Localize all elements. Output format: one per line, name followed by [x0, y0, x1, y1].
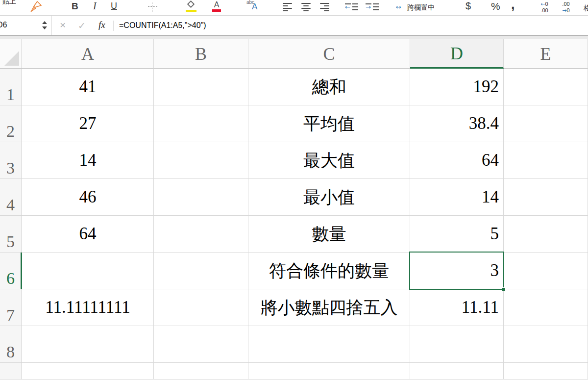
cell-E8[interactable] — [504, 326, 588, 363]
cell-D8[interactable] — [410, 326, 504, 363]
cell-A5[interactable]: 64 — [22, 216, 154, 253]
align-left-icon[interactable] — [283, 3, 292, 11]
cell-D5[interactable]: 5 — [410, 216, 504, 253]
spinner-down-icon[interactable] — [42, 26, 47, 29]
column-header-B[interactable]: B — [154, 39, 248, 69]
percent-format-button[interactable]: % — [491, 0, 500, 12]
cell-E6[interactable] — [504, 253, 588, 289]
row-header-9[interactable] — [0, 363, 22, 380]
cell-B1[interactable] — [154, 69, 248, 105]
row-header-7[interactable]: 7 — [0, 289, 22, 326]
column-header-A[interactable]: A — [22, 39, 154, 69]
increase-indent-icon[interactable]: → — [366, 3, 379, 11]
row-header-5[interactable]: 5 — [0, 216, 22, 253]
cell-A6[interactable] — [22, 253, 154, 289]
font-color-swatch — [212, 9, 221, 12]
cell-E7[interactable] — [504, 289, 588, 326]
cell-B4[interactable] — [154, 179, 248, 216]
comma-format-button[interactable]: , — [511, 0, 515, 12]
column-header-D[interactable]: D — [410, 39, 504, 69]
cell-E4[interactable] — [504, 179, 588, 216]
fill-color-icon[interactable] — [185, 0, 197, 13]
cell-A8[interactable] — [22, 326, 154, 363]
font-color-letter: A — [214, 0, 220, 9]
cell-C6[interactable]: 符合條件的數量 — [248, 253, 410, 289]
increase-decimal-button[interactable]: .00 →0 — [557, 1, 575, 14]
cell-C2[interactable]: 平均值 — [248, 105, 410, 142]
cell-D7[interactable]: 11.11 — [410, 289, 504, 326]
cell-D3[interactable]: 64 — [410, 142, 504, 179]
cell-A4[interactable]: 46 — [22, 179, 154, 216]
bold-button[interactable]: B — [72, 1, 78, 12]
cell-C9[interactable] — [248, 363, 410, 380]
cell-A1[interactable]: 41 — [22, 69, 154, 105]
align-center-icon[interactable] — [301, 3, 311, 11]
format-button-partial[interactable]: 格 — [584, 4, 588, 13]
row-header-3[interactable]: 3 — [0, 142, 22, 179]
format-painter-icon[interactable] — [29, 0, 43, 15]
currency-format-button[interactable]: $ — [466, 0, 471, 12]
phonetic-a-label: A — [252, 2, 257, 12]
selected-cell-indicator[interactable] — [409, 252, 504, 290]
borders-icon[interactable] — [148, 2, 157, 12]
cell-B8[interactable] — [154, 326, 248, 363]
cell-D4[interactable]: 14 — [410, 179, 504, 216]
italic-button[interactable]: I — [93, 0, 97, 12]
formula-input[interactable]: =COUNTIF(A1:A5,">40") — [119, 21, 206, 30]
row-number-label: 3 — [6, 160, 15, 177]
cell-B5[interactable] — [154, 216, 248, 253]
column-header-C[interactable]: C — [248, 39, 410, 69]
cell-A2[interactable]: 27 — [22, 105, 154, 142]
cancel-icon[interactable]: × — [60, 19, 66, 31]
insert-function-icon[interactable]: fx — [98, 20, 105, 30]
cell-E3[interactable] — [504, 142, 588, 179]
cell-A3[interactable]: 14 — [22, 142, 154, 179]
column-header-E[interactable]: E — [504, 39, 588, 69]
cell-C5[interactable]: 數量 — [248, 216, 410, 253]
fill-handle[interactable] — [502, 287, 506, 291]
decrease-indent-icon[interactable]: ← — [345, 3, 358, 11]
row-header-8[interactable]: 8 — [0, 326, 22, 363]
cell-C7[interactable]: 將小數點四捨五入 — [248, 289, 410, 326]
cell-C3[interactable]: 最大值 — [248, 142, 410, 179]
spinner-up-icon[interactable] — [42, 21, 47, 24]
paste-button[interactable]: 貼上 — [2, 0, 16, 6]
toolbar-separator — [277, 1, 278, 14]
row-header-6[interactable]: 6 — [0, 253, 22, 289]
cell-E2[interactable] — [504, 105, 588, 142]
cell-A9[interactable] — [22, 363, 154, 380]
cell-B3[interactable] — [154, 142, 248, 179]
merge-center-icon[interactable]: ↔ — [392, 2, 405, 11]
cell-B9[interactable] — [154, 363, 248, 380]
cell-E5[interactable] — [504, 216, 588, 253]
cell-D1[interactable]: 192 — [410, 69, 504, 105]
paint-bucket-icon — [187, 0, 195, 8]
cell-B7[interactable] — [154, 289, 248, 326]
cell-B6[interactable] — [154, 253, 248, 289]
row-header-2[interactable]: 2 — [0, 105, 22, 142]
cell-D2[interactable]: 38.4 — [410, 105, 504, 142]
confirm-icon[interactable]: ✓ — [78, 20, 86, 31]
decrease-decimal-button[interactable]: ←0 .00 — [535, 1, 554, 14]
merge-center-label[interactable]: 跨欄置中 — [407, 3, 435, 12]
font-color-icon[interactable]: A — [212, 0, 221, 9]
row-header-1[interactable]: 1 — [0, 69, 22, 105]
toolbar-separator — [386, 1, 387, 14]
select-all-button[interactable] — [0, 39, 22, 69]
cell-A7[interactable]: 11.11111111 — [22, 289, 154, 326]
align-right-icon[interactable] — [320, 3, 329, 11]
row-header-4[interactable]: 4 — [0, 179, 22, 216]
cell-C8[interactable] — [248, 326, 410, 363]
cell-B2[interactable] — [154, 105, 248, 142]
cell-C1[interactable]: 總和 — [248, 69, 410, 105]
underline-button[interactable]: U — [111, 1, 117, 11]
formula-bar: D6 × ✓ fx =COUNTIF(A1:A5,">40") — [0, 16, 588, 36]
name-box[interactable]: D6 — [0, 21, 7, 29]
cell-C4[interactable]: 最小值 — [248, 179, 410, 216]
cell-E1[interactable] — [504, 69, 588, 105]
fill-color-swatch — [186, 10, 196, 12]
cell-D9[interactable] — [410, 363, 504, 380]
cell-E9[interactable] — [504, 363, 588, 380]
phonetic-guide-icon[interactable]: abc A — [246, 0, 263, 13]
formula-divider — [113, 21, 114, 31]
